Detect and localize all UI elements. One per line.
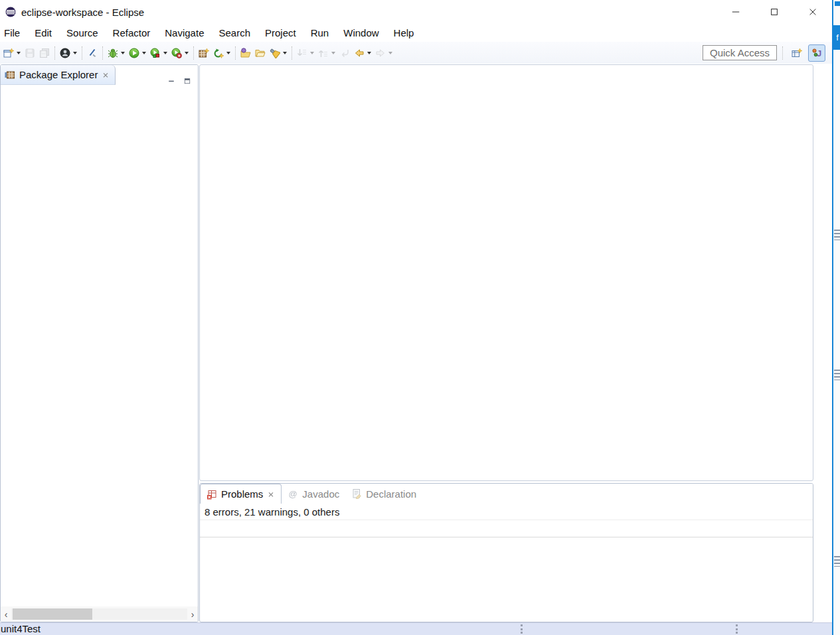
background-window-fragment: f	[833, 25, 840, 50]
previous-annotation-icon	[318, 48, 329, 58]
close-tab-icon[interactable]	[102, 71, 110, 79]
tab-label: Javadoc	[302, 488, 339, 500]
dropdown-arrow-icon[interactable]	[73, 52, 77, 54]
save-button[interactable]	[23, 45, 37, 61]
dropdown-arrow-icon[interactable]	[367, 52, 371, 54]
previous-annotation-button[interactable]	[316, 45, 337, 61]
save-all-button[interactable]	[37, 45, 52, 61]
back-icon	[354, 48, 365, 58]
debug-icon	[108, 48, 118, 58]
minimize-icon	[731, 7, 740, 17]
menu-run[interactable]: Run	[303, 25, 337, 40]
menu-edit[interactable]: Edit	[27, 25, 59, 40]
dropdown-arrow-icon[interactable]	[226, 52, 230, 54]
menu-navigate[interactable]: Navigate	[157, 25, 211, 40]
toolbar-separator	[193, 46, 194, 60]
horizontal-scrollbar[interactable]: ‹ ›	[1, 606, 198, 622]
search-button[interactable]	[268, 45, 289, 61]
tab-javadoc[interactable]: Javadoc	[282, 484, 345, 504]
skip-breakpoints-button[interactable]	[85, 45, 100, 61]
forward-icon	[375, 48, 386, 58]
open-task-icon	[240, 48, 251, 58]
new-java-project-icon	[199, 48, 209, 58]
background-window-edge: f	[832, 0, 840, 635]
window-minimize-button[interactable]	[716, 1, 755, 23]
coverage-icon	[150, 48, 161, 58]
quick-access-box[interactable]: Quick Access	[703, 45, 777, 60]
statusbar-drag-handle[interactable]	[736, 624, 738, 634]
dropdown-arrow-icon[interactable]	[121, 52, 125, 54]
maximize-view-button[interactable]	[183, 77, 191, 85]
new-wizard-button[interactable]	[1, 45, 23, 61]
coverage-button[interactable]	[148, 45, 169, 61]
tab-problems[interactable]: Problems	[200, 484, 282, 504]
perspective-switcher	[788, 44, 825, 62]
next-annotation-button[interactable]	[295, 45, 316, 61]
scrollbar-thumb[interactable]	[13, 608, 92, 620]
package-explorer-toolbar	[1, 85, 198, 102]
menu-source[interactable]: Source	[59, 25, 106, 40]
background-window-fragment	[834, 556, 840, 567]
minimize-view-button[interactable]	[167, 77, 175, 85]
background-window-fragment	[834, 370, 840, 380]
maximize-icon	[183, 77, 191, 85]
project-tree	[1, 102, 198, 105]
problems-summary: 8 errors, 21 warnings, 0 others	[200, 504, 813, 520]
scrollbar-track[interactable]	[11, 608, 187, 620]
tab-package-explorer[interactable]: Package Explorer	[1, 65, 116, 85]
new-web-project-button[interactable]	[211, 45, 232, 61]
dropdown-arrow-icon[interactable]	[331, 52, 335, 54]
debug-button[interactable]	[106, 45, 127, 61]
save-all-icon	[39, 48, 50, 58]
eclipse-window: eclipse-workspace - Eclipse FileEditSour…	[0, 0, 840, 635]
main-toolbar: Quick Access	[0, 42, 832, 64]
menu-file[interactable]: File	[0, 25, 27, 40]
tab-label: Declaration	[366, 488, 416, 500]
editor-area[interactable]	[199, 64, 813, 481]
last-edit-location-button[interactable]	[337, 45, 352, 61]
minimize-icon	[167, 77, 175, 85]
dropdown-arrow-icon[interactable]	[283, 52, 287, 54]
scroll-right-arrow-icon[interactable]: ›	[187, 606, 198, 622]
open-folder-button[interactable]	[253, 45, 268, 61]
tab-declaration[interactable]: Declaration	[345, 484, 422, 504]
back-button[interactable]	[352, 45, 373, 61]
dropdown-arrow-icon[interactable]	[142, 52, 146, 54]
window-maximize-button[interactable]	[755, 1, 794, 23]
run-button[interactable]	[127, 45, 148, 61]
new-web-project-icon	[213, 48, 224, 58]
javadoc-icon	[288, 488, 298, 499]
statusbar-drag-handle[interactable]	[521, 624, 523, 634]
window-close-button[interactable]	[794, 1, 832, 23]
dropdown-arrow-icon[interactable]	[185, 52, 189, 54]
scroll-left-arrow-icon[interactable]: ‹	[1, 606, 11, 622]
dropdown-arrow-icon[interactable]	[388, 52, 392, 54]
new-wizard-icon	[3, 48, 14, 58]
menu-window[interactable]: Window	[336, 25, 386, 40]
open-task-button[interactable]	[238, 45, 253, 61]
next-annotation-icon	[297, 48, 307, 58]
menu-help[interactable]: Help	[386, 25, 422, 40]
close-tab-icon[interactable]	[267, 490, 275, 498]
package-explorer-header: Package Explorer	[1, 65, 198, 85]
profile-button[interactable]	[169, 45, 191, 61]
dropdown-arrow-icon[interactable]	[17, 52, 21, 54]
declaration-icon	[351, 488, 362, 499]
dropdown-arrow-icon[interactable]	[310, 52, 314, 54]
toolbar-separator	[235, 46, 236, 60]
new-java-project-button[interactable]	[197, 45, 211, 61]
user-profile-button[interactable]	[58, 45, 79, 61]
menu-search[interactable]: Search	[211, 25, 258, 40]
window-title: eclipse-workspace - Eclipse	[21, 7, 144, 18]
menu-refactor[interactable]: Refactor	[106, 25, 158, 40]
open-perspective-button[interactable]	[788, 44, 805, 62]
java-perspective-button[interactable]	[808, 44, 825, 62]
problems-tab-bar: Problems Javadoc Declaration	[200, 484, 813, 504]
menu-project[interactable]: Project	[258, 25, 303, 40]
title-bar: eclipse-workspace - Eclipse	[0, 0, 832, 24]
toolbar-separator	[102, 46, 103, 60]
dropdown-arrow-icon[interactable]	[163, 52, 167, 54]
forward-button[interactable]	[373, 45, 394, 61]
maximize-icon	[770, 7, 779, 17]
run-icon	[129, 48, 139, 58]
